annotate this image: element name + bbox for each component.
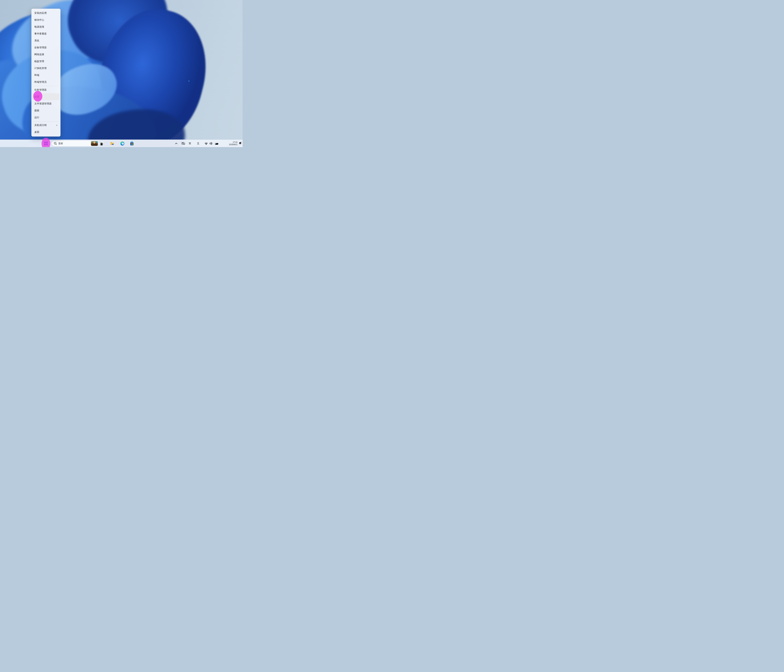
- menu-item-device-manager[interactable]: 设备管理器: [32, 44, 59, 51]
- ime-mode-indicator[interactable]: 英: [188, 140, 192, 147]
- microsoft-store-icon[interactable]: [129, 141, 134, 146]
- menu-item-task-manager[interactable]: 任务管理器: [32, 86, 59, 93]
- taskbar: 搜索: [0, 140, 243, 147]
- ime-layout-indicator[interactable]: 五: [196, 140, 200, 147]
- file-explorer-icon[interactable]: [110, 141, 115, 146]
- winx-context-menu: 安装的应用 移动中心 电源选项 事件查看器 系统 设备管理器 网络连接 磁盘管理…: [31, 9, 61, 137]
- cursor-dot: [188, 81, 190, 81]
- menu-item-terminal[interactable]: 终端: [32, 72, 59, 79]
- search-icon: [54, 142, 57, 145]
- menu-item-mobility-center[interactable]: 移动中心: [32, 17, 59, 23]
- tray-hidden-icons-chevron[interactable]: [174, 140, 178, 147]
- start-button[interactable]: [42, 140, 50, 147]
- menu-item-file-explorer[interactable]: 文件资源管理器: [32, 100, 59, 107]
- menu-item-network-connections[interactable]: 网络连接: [32, 51, 59, 58]
- clock-date: 2025/8/21: [229, 143, 238, 146]
- search-daily-image[interactable]: [91, 141, 98, 146]
- menu-item-shutdown-or-signout[interactable]: 关机或注销 ›: [32, 122, 59, 129]
- menu-item-system[interactable]: 系统: [32, 37, 59, 44]
- menu-item-desktop[interactable]: 桌面: [32, 129, 59, 135]
- edge-browser-icon[interactable]: [120, 141, 124, 146]
- menu-item-run[interactable]: 运行: [32, 114, 59, 121]
- search-placeholder: 搜索: [58, 142, 63, 145]
- notification-bell-dnd-icon[interactable]: z z: [238, 140, 243, 147]
- svg-text:z: z: [240, 143, 240, 144]
- menu-item-terminal-admin[interactable]: 终端管理员: [32, 79, 59, 86]
- menu-item-power-options[interactable]: 电源选项: [32, 23, 59, 30]
- menu-item-settings[interactable]: 设置: [32, 93, 59, 100]
- submenu-chevron-icon: ›: [56, 124, 58, 127]
- svg-text:z: z: [241, 142, 241, 143]
- windows-logo-icon: [44, 142, 48, 145]
- menu-item-installed-apps[interactable]: 安装的应用: [32, 9, 59, 17]
- menu-item-disk-management[interactable]: 磁盘管理: [32, 58, 59, 65]
- task-view-button[interactable]: [100, 141, 104, 146]
- search-box[interactable]: 搜索: [51, 140, 99, 146]
- wifi-icon[interactable]: [204, 140, 208, 147]
- volume-icon[interactable]: [209, 140, 213, 147]
- menu-item-computer-management[interactable]: 计算机管理: [32, 65, 59, 72]
- onedrive-paused-icon[interactable]: [181, 140, 185, 147]
- menu-item-label: 关机或注销: [34, 124, 47, 127]
- menu-item-event-viewer[interactable]: 事件查看器: [32, 30, 59, 37]
- clock-time: 17:31: [233, 141, 238, 144]
- menu-item-search[interactable]: 搜索: [32, 107, 59, 114]
- battery-charging-icon[interactable]: [214, 140, 219, 147]
- tray-clock[interactable]: 17:31 2025/8/21: [229, 140, 238, 147]
